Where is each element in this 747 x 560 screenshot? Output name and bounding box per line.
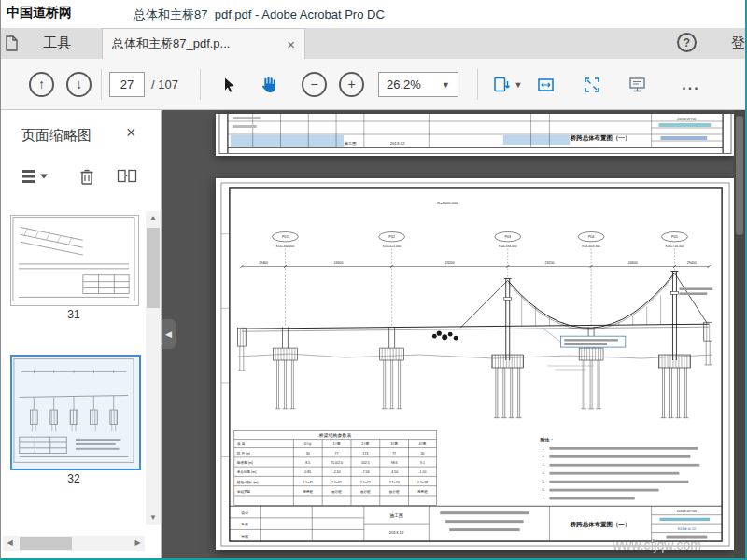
svg-text:30: 30 — [306, 452, 310, 455]
scroll-up-icon[interactable]: ▲ — [146, 211, 161, 225]
scrollbar-thumb[interactable] — [147, 228, 160, 308]
page-27[interactable]: R=3500.000 P01 P02 P03 P04 P05 K54+344.0… — [216, 178, 735, 550]
scrollbar-thumb[interactable] — [736, 116, 743, 235]
thumbnail-31-preview — [11, 216, 136, 303]
presentation-icon — [627, 76, 647, 94]
document-vertical-scrollbar[interactable] — [734, 110, 745, 558]
svg-text:1#墩: 1#墩 — [333, 441, 341, 446]
thumbnail-page-31[interactable] — [10, 215, 139, 306]
toolbar-separator — [101, 69, 102, 100]
svg-text:30: 30 — [420, 452, 424, 455]
page-27-drawing: R=3500.000 P01 P02 P03 P04 P05 K54+344.0… — [216, 178, 735, 550]
trash-icon — [79, 168, 94, 186]
fit-width-icon — [536, 76, 556, 94]
help-button[interactable]: ? — [677, 33, 697, 52]
thumbnail-page-32[interactable] — [10, 355, 141, 470]
svg-text:P05: P05 — [671, 235, 678, 239]
scroll-left-icon[interactable]: ◀ — [3, 536, 17, 551]
zoom-level-dropdown[interactable]: 26.2% ▼ — [378, 72, 458, 97]
svg-text:跨 径 (m): 跨 径 (m) — [237, 451, 250, 455]
presentation-button[interactable] — [625, 72, 649, 97]
svg-text:77: 77 — [335, 452, 339, 455]
tab-tools[interactable]: 工具 — [16, 28, 98, 59]
svg-text:2#墩: 2#墩 — [361, 441, 369, 446]
login-link[interactable]: 登录 — [731, 35, 746, 52]
svg-text:1.5×48: 1.5×48 — [417, 481, 428, 484]
svg-text:4#墩: 4#墩 — [418, 441, 426, 446]
svg-text:-2.50: -2.50 — [333, 471, 341, 475]
page-display-button[interactable] — [490, 72, 513, 97]
hand-tool-button[interactable] — [255, 72, 281, 97]
bridge-elevation — [237, 272, 712, 418]
site-url-watermark: www.cfjqw.com — [613, 538, 701, 553]
thumbnail-31-label[interactable]: 31 — [10, 308, 137, 321]
svg-text:2013.12: 2013.12 — [390, 141, 405, 146]
tab-document[interactable]: 总体和主桥87_pdf.p... × — [102, 28, 305, 59]
cursor-icon — [219, 76, 238, 94]
svg-text:P04: P04 — [588, 235, 595, 239]
svg-text:0.85: 0.85 — [304, 471, 311, 475]
next-page-button[interactable]: ↓ — [66, 72, 92, 97]
svg-text:施工图: 施工图 — [388, 512, 403, 519]
svg-text:K54+421.000: K54+421.000 — [383, 245, 402, 248]
select-tool-button[interactable] — [217, 72, 241, 97]
svg-text:2.0×65: 2.0×65 — [331, 481, 342, 484]
svg-text:29400: 29400 — [259, 261, 268, 265]
thumbnails-panel: 页面缩略图 × — [1, 110, 162, 558]
vegetation — [432, 331, 458, 341]
hand-icon — [259, 75, 278, 94]
svg-text:嵌岩桩: 嵌岩桩 — [331, 490, 342, 494]
page-scroll-icon — [492, 76, 511, 94]
svg-text:2.: 2. — [542, 455, 544, 458]
svg-text:2.5×70: 2.5×70 — [389, 481, 400, 484]
svg-text:设计: 设计 — [241, 511, 248, 515]
zoom-in-button[interactable]: + — [339, 72, 364, 97]
svg-text:2013Z.09Y05: 2013Z.09Y05 — [677, 118, 696, 121]
panel-horizontal-scrollbar[interactable]: ◀ ▶ — [3, 536, 145, 551]
svg-text:附注：: 附注： — [541, 437, 555, 443]
svg-text:P03: P03 — [504, 235, 511, 239]
svg-text:桥跨总体布置图（一）: 桥跨总体布置图（一） — [570, 134, 630, 142]
svg-text:102.5: 102.5 — [361, 461, 370, 465]
list-options-icon — [21, 168, 49, 185]
svg-text:24600: 24600 — [628, 261, 638, 265]
svg-text:-7.56: -7.56 — [361, 471, 369, 475]
thumbnail-options-button[interactable] — [21, 168, 49, 185]
previous-page-button[interactable]: ↑ — [29, 72, 54, 97]
site-watermark: 中国道桥网 — [7, 5, 72, 21]
svg-text:6.: 6. — [542, 488, 544, 492]
document-view: 施工图 2013.12 桥跨总体布置图（一） 2013Z.09Y05 — [162, 110, 745, 558]
scrollbar-thumb[interactable] — [20, 537, 72, 550]
svg-text:1.5×45: 1.5×45 — [303, 481, 313, 484]
svg-text:承台标高 (m): 承台标高 (m) — [237, 470, 257, 475]
svg-text:173: 173 — [362, 452, 368, 455]
svg-text:P01: P01 — [282, 235, 289, 239]
pier-callouts: P01 P02 P03 P04 P05 K54+344.000 K54+421.… — [273, 232, 688, 328]
svg-text:2013.12: 2013.12 — [389, 530, 404, 535]
more-tools-button[interactable]: ... — [675, 72, 707, 97]
scroll-down-icon[interactable]: ▼ — [146, 511, 161, 525]
svg-text:29400: 29400 — [687, 261, 697, 265]
tab-close-icon[interactable]: × — [287, 36, 295, 52]
svg-text:嵌岩桩: 嵌岩桩 — [360, 490, 371, 494]
fullscreen-button[interactable] — [580, 72, 604, 97]
svg-text:2.5×72: 2.5×72 — [360, 481, 371, 484]
panel-collapse-handle[interactable]: ◀ — [162, 319, 176, 349]
delete-pages-button[interactable] — [79, 168, 94, 186]
parameters-table: 桥梁结构参数表 项 目 0#台 1#墩 2#墩 3#墩 4#墩 跨 径 (m) … — [234, 431, 436, 506]
panel-close-icon[interactable]: × — [126, 123, 136, 143]
notes-block: 附注： 1. 2. 3. 4. 5. 6. 7. — [541, 437, 700, 501]
thumbnail-32-label[interactable]: 32 — [10, 472, 137, 485]
fit-width-button[interactable] — [533, 72, 557, 97]
title-bar: 中国道桥网 总体和主桥87_pdf.pdf - Adobe Acrobat Pr… — [1, 0, 745, 28]
chevron-down-icon[interactable]: ▼ — [514, 72, 523, 97]
panel-vertical-scrollbar[interactable]: ▲ ▼ — [146, 211, 161, 525]
page-number-input[interactable]: 27 — [109, 72, 145, 97]
svg-text:3#墩: 3#墩 — [390, 441, 398, 446]
svg-text:1.: 1. — [542, 447, 544, 451]
svg-text:9.1: 9.1 — [420, 461, 425, 465]
split-pages-button[interactable] — [117, 168, 137, 184]
zoom-out-button[interactable]: − — [302, 72, 327, 97]
svg-text:24600: 24600 — [334, 261, 344, 265]
scroll-right-icon[interactable]: ▶ — [131, 536, 145, 551]
